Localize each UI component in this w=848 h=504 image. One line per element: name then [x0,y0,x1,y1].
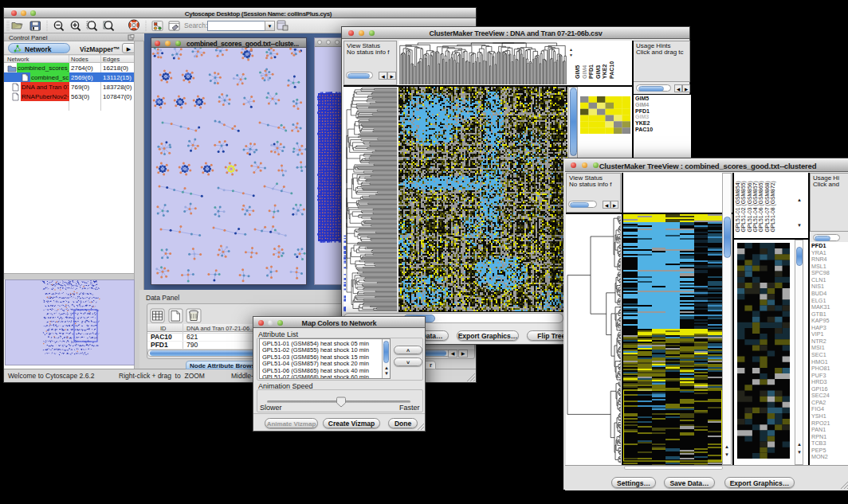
svg-text:YKE2: YKE2 [602,64,607,79]
svg-text:GPL51-08 (GSM872): GPL51-08 (GSM872) [770,181,776,232]
svg-text:PAC10: PAC10 [609,61,614,79]
svg-text:MON2: MON2 [811,453,828,460]
svg-text:GIM4: GIM4 [582,65,587,79]
svg-text:GIM5: GIM5 [575,65,580,79]
svg-text:GIM3: GIM3 [595,65,601,79]
svg-text:PFD1: PFD1 [588,64,594,79]
